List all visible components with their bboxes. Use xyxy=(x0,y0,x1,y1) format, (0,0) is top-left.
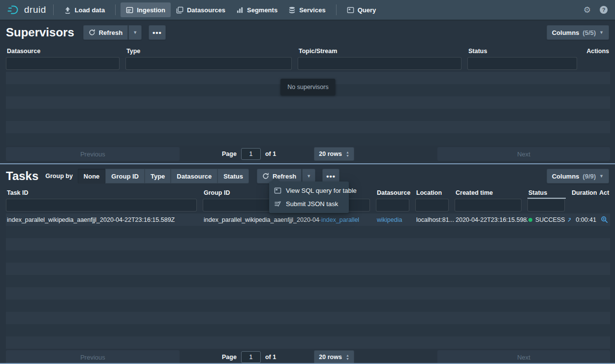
chevron-down-icon: ▼ xyxy=(307,174,311,179)
group-by-type-button[interactable]: Type xyxy=(145,169,171,183)
database-icon xyxy=(288,6,296,14)
task-row: index_parallel_wikipedia_aaenfjjl_2020-0… xyxy=(6,213,610,226)
nav-item-query[interactable]: Query xyxy=(341,2,382,17)
nav-item-datasources[interactable]: Datasources xyxy=(171,2,231,17)
refresh-icon xyxy=(262,173,269,180)
th-derived-icon xyxy=(274,200,281,208)
task-filter-location-input[interactable] xyxy=(415,199,449,212)
chevron-down-icon: ▼ xyxy=(599,174,604,179)
logo-text: druid xyxy=(24,4,46,15)
empty-row xyxy=(6,250,610,263)
previous-page-button[interactable]: Previous xyxy=(6,147,180,161)
double-caret-icon: ▲▼ xyxy=(346,354,349,360)
task-filter-task-id-input[interactable] xyxy=(6,199,197,212)
nav-divider xyxy=(53,4,54,15)
datasource-link[interactable]: wikipedia xyxy=(376,213,415,226)
supervisors-refresh-button[interactable]: Refresh xyxy=(83,25,128,40)
supervisors-more-button[interactable]: ••• xyxy=(149,25,166,40)
chevron-down-icon: ▼ xyxy=(133,30,137,35)
tasks-rows: index_parallel_wikipedia_aaenfjjl_2020-0… xyxy=(6,213,610,349)
page-of-label: of 1 xyxy=(265,151,276,157)
group-by-datasource-button[interactable]: Datasource xyxy=(171,169,217,183)
magnifier-icon[interactable] xyxy=(598,213,610,226)
refresh-icon xyxy=(89,29,95,36)
column-header-task-id[interactable]: Task ID xyxy=(6,186,203,199)
druid-logo-icon xyxy=(7,3,20,16)
column-header-status[interactable]: Status xyxy=(467,44,583,57)
next-page-button[interactable]: Next xyxy=(437,350,610,364)
nav-item-label: Services xyxy=(299,6,326,14)
task-filter-status-input[interactable] xyxy=(527,199,565,212)
help-icon[interactable]: ? xyxy=(600,6,608,14)
column-header-created-time[interactable]: Created time xyxy=(455,186,527,199)
bar-chart-icon xyxy=(236,6,244,14)
no-supervisors-message: No supervisors xyxy=(280,79,335,95)
supervisor-filter-datasource-input[interactable] xyxy=(6,57,120,70)
empty-row xyxy=(6,263,610,275)
column-header-status-sorted[interactable]: Status xyxy=(527,186,571,199)
empty-row xyxy=(6,324,610,336)
tasks-title: Tasks xyxy=(6,169,38,183)
page-number-input[interactable] xyxy=(241,351,261,363)
task-filter-datasource-input[interactable] xyxy=(376,199,409,212)
empty-row xyxy=(6,336,610,349)
druid-logo[interactable]: druid xyxy=(7,3,46,16)
tasks-pagination: Previous Page of 1 20 rows ▲▼ Next xyxy=(6,350,610,364)
supervisors-title: Supervisors xyxy=(6,26,74,39)
column-header-actions[interactable]: Actions xyxy=(583,44,610,57)
top-navbar: druid Load data Ingestion Datasources xyxy=(0,0,615,20)
location-cell: localhost:81... xyxy=(415,213,455,226)
column-header-datasource[interactable]: Datasource xyxy=(6,44,125,57)
nav-item-label: Load data xyxy=(75,6,105,14)
nav-item-label: Query xyxy=(358,6,376,14)
supervisors-refresh-dropdown-button[interactable]: ▼ xyxy=(128,25,142,40)
supervisors-columns-button[interactable]: Columns (5/5) ▼ xyxy=(547,25,609,40)
page-label: Page xyxy=(222,354,237,361)
upload-arrow-icon xyxy=(64,6,71,14)
nav-item-services[interactable]: Services xyxy=(283,2,331,17)
duration-cell: 0:00:41 xyxy=(571,213,598,226)
group-by-segmented-control: None Group ID Type Datasource Status xyxy=(78,169,249,183)
rows-per-page-select[interactable]: 20 rows ▲▼ xyxy=(314,147,354,161)
tasks-more-menu-popover: View SQL query for table Submit JSON tas… xyxy=(269,182,349,213)
page-of-label: of 1 xyxy=(265,354,276,361)
section-divider xyxy=(0,163,615,164)
empty-row xyxy=(6,121,610,133)
empty-row xyxy=(6,287,610,300)
success-status-dot xyxy=(528,218,532,222)
column-header-topic-stream[interactable]: Topic/Stream xyxy=(298,44,467,57)
column-header-location[interactable]: Location xyxy=(415,186,455,199)
tasks-columns-button[interactable]: Columns (9/9) ▼ xyxy=(547,169,609,183)
nav-item-label: Datasources xyxy=(187,6,225,14)
group-by-status-button[interactable]: Status xyxy=(217,169,249,183)
group-id-cell: index_parallel_wikipedia_aaenfjjl_2020-0… xyxy=(203,213,320,226)
settings-gear-icon[interactable]: ⚙ xyxy=(584,6,591,14)
supervisor-filter-type-input[interactable] xyxy=(125,57,292,70)
column-header-type[interactable]: Type xyxy=(125,44,298,57)
group-by-none-button[interactable]: None xyxy=(78,169,106,183)
empty-row xyxy=(6,226,610,238)
supervisors-filter-row xyxy=(6,57,610,72)
previous-page-button[interactable]: Previous xyxy=(6,350,180,364)
group-by-group-id-button[interactable]: Group ID xyxy=(105,169,145,183)
nav-item-load-data[interactable]: Load data xyxy=(59,2,110,17)
column-header-actions[interactable]: Act xyxy=(598,186,610,199)
rows-per-page-select[interactable]: 20 rows ▲▼ xyxy=(314,350,354,364)
supervisor-filter-status-input[interactable] xyxy=(467,57,577,70)
menu-item-view-sql[interactable]: View SQL query for table xyxy=(269,184,349,197)
type-link[interactable]: index_parallel xyxy=(320,213,376,226)
nav-item-segments[interactable]: Segments xyxy=(231,2,283,17)
menu-item-submit-json-task[interactable]: Submit JSON task xyxy=(269,197,349,211)
supervisors-table: Datasource Type Topic/Stream Status Acti… xyxy=(6,44,610,161)
double-caret-icon: ▲▼ xyxy=(346,151,349,157)
supervisor-filter-topic-stream-input[interactable] xyxy=(298,57,461,70)
supervisors-rows: No supervisors xyxy=(6,72,610,146)
empty-row xyxy=(6,96,610,109)
column-header-duration[interactable]: Duration xyxy=(571,186,598,199)
next-page-button[interactable]: Next xyxy=(437,147,610,161)
column-header-datasource[interactable]: Datasource xyxy=(376,186,415,199)
task-filter-created-time-input[interactable] xyxy=(455,199,522,212)
nav-item-ingestion[interactable]: Ingestion xyxy=(121,2,171,17)
supervisors-header: Supervisors Refresh ▼ ••• Columns (5/5) … xyxy=(0,21,615,44)
page-number-input[interactable] xyxy=(241,148,261,160)
